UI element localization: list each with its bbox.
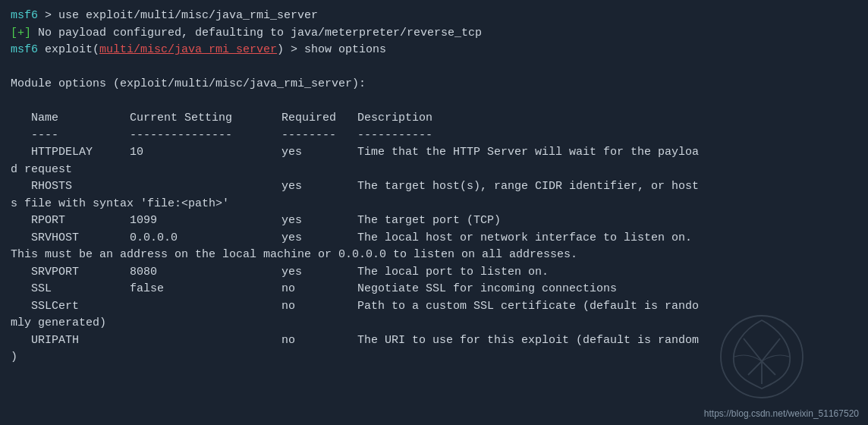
- desc-srvhost: The local host or network interface to l…: [357, 231, 692, 244]
- desc-rhosts: The target host(s), range CIDR identifie…: [357, 180, 699, 193]
- setting-srvhost: 0.0.0.0: [130, 230, 281, 247]
- row-srvport: SRVPORT8080yesThe local port to listen o…: [11, 264, 857, 282]
- required-srvhost: yes: [281, 230, 357, 247]
- setting-httpdelay: 10: [130, 144, 281, 162]
- module-options-header: Module options (exploit/multi/misc/java_…: [11, 76, 857, 93]
- line-2: [+] No payload configured, defaulting to…: [11, 25, 857, 42]
- required-rhosts: yes: [281, 178, 357, 196]
- table-header: NameCurrent SettingRequiredDescription: [11, 110, 857, 128]
- row-rport: RPORT1099yesThe target port (TCP): [11, 212, 857, 230]
- name-rport: RPORT: [31, 212, 130, 230]
- required-ssl: no: [281, 281, 357, 298]
- name-ssl: SSL: [31, 281, 130, 298]
- name-srvhost: SRVHOST: [31, 230, 130, 247]
- col-header-desc: Description: [357, 112, 432, 124]
- required-rport: yes: [281, 212, 357, 230]
- watermark: https://blog.csdn.net/weixin_51167520: [704, 408, 859, 419]
- setting-srvport: 8080: [130, 264, 281, 282]
- required-httpdelay: yes: [281, 144, 357, 162]
- row-rhosts-cont: s file with syntax 'file:<path>': [11, 196, 857, 213]
- desc-uripath: The URI to use for this exploit (default…: [357, 334, 699, 347]
- name-uripath: URIPATH: [31, 332, 130, 350]
- row-rhosts: RHOSTSyesThe target host(s), range CIDR …: [11, 178, 857, 196]
- line-1: msf6 > use exploit/multi/misc/java_rmi_s…: [11, 8, 857, 25]
- kali-logo: [716, 311, 807, 402]
- name-httpdelay: HTTPDELAY: [31, 144, 130, 162]
- desc-srvport: The local port to listen on.: [357, 266, 549, 279]
- name-srvport: SRVPORT: [31, 264, 130, 282]
- info-badge: [+]: [11, 27, 31, 39]
- row-srvhost: SRVHOST0.0.0.0yesThe local host or netwo…: [11, 230, 857, 247]
- desc-ssl: Negotiate SSL for incoming connections: [357, 282, 617, 295]
- table-divider: --------------------------------------: [11, 128, 857, 145]
- name-rhosts: RHOSTS: [31, 178, 130, 196]
- row-srvhost-cont: This must be an address on the local mac…: [11, 247, 857, 264]
- required-sslcert: no: [281, 298, 357, 316]
- module-name: multi/misc/java_rmi_server: [99, 43, 277, 56]
- required-uripath: no: [281, 332, 357, 350]
- row-ssl: SSLfalsenoNegotiate SSL for incoming con…: [11, 281, 857, 298]
- blank-1: [11, 59, 857, 77]
- col-header-required: Required: [281, 110, 357, 128]
- col-header-name: Name: [31, 110, 130, 128]
- setting-rport: 1099: [130, 212, 281, 230]
- desc-rport: The target port (TCP): [357, 214, 501, 227]
- desc-httpdelay: Time that the HTTP Server will wait for …: [357, 146, 699, 159]
- prompt-msf6: msf6: [11, 9, 38, 22]
- setting-ssl: false: [130, 281, 281, 298]
- required-srvport: yes: [281, 264, 357, 282]
- prompt-msf6-2: msf6: [11, 43, 38, 56]
- blank-2: [11, 93, 857, 111]
- desc-sslcert: Path to a custom SSL certificate (defaul…: [357, 300, 699, 313]
- col-header-setting: Current Setting: [130, 110, 281, 128]
- row-httpdelay: HTTPDELAY10yesTime that the HTTP Server …: [11, 144, 857, 162]
- line-3: msf6 exploit(multi/misc/java_rmi_server)…: [11, 42, 857, 59]
- name-sslcert: SSLCert: [31, 298, 130, 316]
- row-httpdelay-cont: d request: [11, 162, 857, 179]
